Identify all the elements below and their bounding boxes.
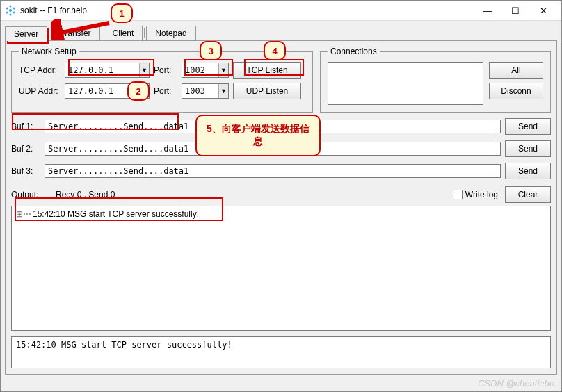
udp-listen-button[interactable]: UDP Listen	[233, 83, 301, 99]
maximize-button[interactable]: ☐	[501, 2, 529, 19]
tab-client[interactable]: Client	[104, 26, 143, 40]
buf1-label: Buf 1:	[11, 122, 40, 131]
tab-separator	[49, 28, 49, 38]
chevron-down-icon[interactable]: ▼	[139, 84, 149, 98]
connections-group: Connections All Disconn	[320, 47, 551, 113]
tab-notepad[interactable]: Notepad	[146, 26, 195, 40]
network-setup-legend: Network Setup	[19, 47, 79, 56]
status-line: 15:42:10 MSG start TCP server successful…	[16, 340, 232, 350]
output-stats: Recv 0 , Send 0	[56, 190, 446, 199]
tab-separator	[144, 28, 145, 38]
app-icon	[5, 5, 16, 16]
output-label: Output:	[11, 190, 49, 199]
checkbox-icon	[453, 190, 463, 199]
buf3-label: Buf 3:	[11, 166, 40, 176]
svg-point-1	[6, 8, 8, 10]
log-line: 15:42:10 MSG start TCP server successful…	[33, 209, 199, 219]
chevron-down-icon[interactable]: ▼	[218, 63, 228, 77]
buf2-input[interactable]	[45, 142, 501, 156]
buf2-label: Buf 2:	[11, 144, 40, 154]
tcp-addr-label: TCP Addr:	[19, 65, 61, 75]
udp-port-label: Port:	[154, 86, 177, 96]
udp-port-combo[interactable]: ▼	[182, 83, 229, 99]
tcp-addr-input[interactable]	[65, 63, 139, 77]
tcp-port-label: Port:	[154, 65, 177, 75]
tab-transfer[interactable]: Transfer	[51, 26, 99, 40]
chevron-down-icon[interactable]: ▼	[218, 84, 228, 98]
tree-node-icon: ⊞⋯	[16, 209, 31, 219]
svg-point-4	[13, 12, 15, 14]
all-button[interactable]: All	[489, 62, 543, 79]
close-button[interactable]: ✕	[529, 2, 557, 19]
chevron-down-icon[interactable]: ▼	[139, 63, 149, 77]
buf2-send-button[interactable]: Send	[505, 140, 551, 157]
minimize-button[interactable]: —	[474, 2, 501, 19]
svg-point-0	[9, 9, 12, 12]
write-log-label: Write log	[465, 190, 498, 199]
buf3-send-button[interactable]: Send	[505, 163, 551, 179]
clear-button[interactable]: Clear	[505, 186, 551, 203]
buf3-input[interactable]	[45, 164, 501, 178]
tab-separator	[102, 28, 102, 38]
svg-point-5	[10, 6, 12, 8]
udp-addr-input[interactable]	[65, 84, 139, 98]
connections-list[interactable]	[328, 62, 483, 105]
window-title: sokit -- F1 for.help	[20, 6, 474, 15]
disconnect-button[interactable]: Disconn	[489, 83, 543, 99]
connections-legend: Connections	[328, 47, 380, 56]
tab-server[interactable]: Server	[5, 26, 47, 41]
write-log-checkbox[interactable]: Write log	[453, 190, 498, 199]
tcp-addr-combo[interactable]: ▼	[65, 63, 150, 78]
tcp-listen-button[interactable]: TCP Listen	[233, 62, 301, 79]
udp-port-input[interactable]	[182, 84, 218, 98]
svg-point-3	[6, 12, 8, 14]
buf1-send-button[interactable]: Send	[505, 118, 551, 135]
tab-separator	[198, 28, 198, 38]
status-log[interactable]: 15:42:10 MSG start TCP server successful…	[11, 336, 551, 368]
udp-addr-label: UDP Addr:	[19, 86, 61, 96]
tcp-port-input[interactable]	[182, 63, 218, 77]
svg-point-6	[10, 14, 12, 16]
output-log[interactable]: ⊞⋯15:42:10 MSG start TCP server successf…	[11, 206, 551, 331]
network-setup-group: Network Setup TCP Addr: ▼ Port: ▼ TCP Li…	[11, 47, 313, 113]
buf1-input[interactable]	[45, 120, 501, 133]
svg-point-2	[13, 8, 15, 10]
udp-addr-combo[interactable]: ▼	[65, 83, 150, 99]
watermark: CSDN @chentiebo	[478, 378, 554, 389]
tcp-port-combo[interactable]: ▼	[182, 63, 229, 78]
